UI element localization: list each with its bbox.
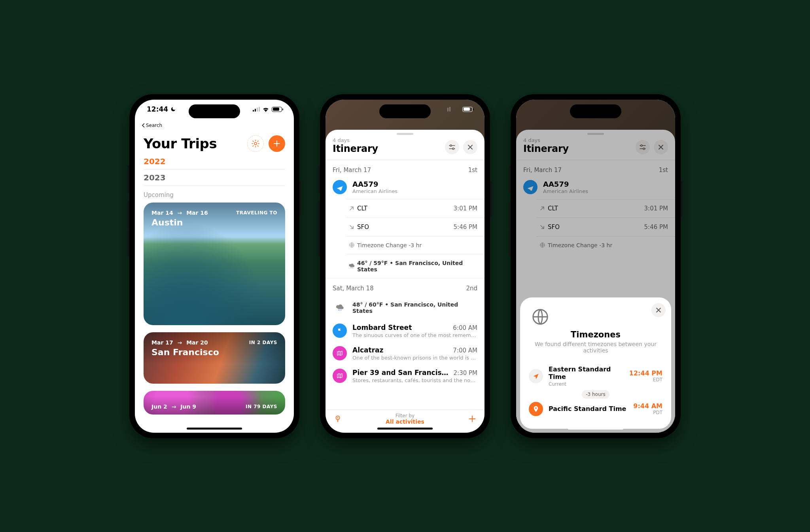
day-label: Fri, March 17 <box>333 167 371 174</box>
timezones-sheet: Timezones We found different timezones b… <box>520 297 671 429</box>
close-button[interactable] <box>463 140 477 154</box>
tz-zone: PDT <box>633 410 662 415</box>
globe-icon <box>531 308 549 326</box>
filter-selector[interactable]: Filter by All activities <box>386 413 424 425</box>
timezone-note: Timezone Change -3 hr <box>357 242 477 248</box>
year-tab-2022[interactable]: 2022 <box>144 153 285 170</box>
location-pin-icon <box>529 402 543 416</box>
activity-item[interactable]: Lombard Street 6:00 AM The sinuous curve… <box>326 320 484 342</box>
arrive-icon <box>346 224 357 230</box>
activity-item[interactable]: Pier 39 and San Francisco F… 2:30 PM Sto… <box>326 365 484 387</box>
trip-badge: TRAVELING TO <box>236 210 277 216</box>
activity-time: 6:00 AM <box>453 324 477 331</box>
activity-desc: The sinuous curves of one of the most re… <box>352 332 477 338</box>
battery-icon <box>462 107 473 112</box>
home-indicator[interactable] <box>377 428 433 430</box>
rain-icon <box>333 301 347 315</box>
location-arrow-icon <box>529 369 543 383</box>
arrive-time: 5:46 PM <box>454 223 477 231</box>
depart-icon <box>346 206 357 211</box>
trip-card-sf[interactable]: Mar 17 → Mar 20 IN 2 DAYS San Francisco <box>144 332 285 384</box>
map-icon <box>333 369 347 383</box>
flight-code: AA579 <box>352 180 397 188</box>
gear-icon <box>251 139 260 148</box>
itinerary-sheet: 4 days Itinerary Fri <box>326 130 484 433</box>
arrow-right-icon: → <box>178 339 182 346</box>
arrive-airport: SFO <box>357 223 454 231</box>
activity-name: Lombard Street <box>352 324 412 331</box>
tz-zone: EDT <box>629 377 662 382</box>
back-label: Search <box>146 123 162 128</box>
location-button[interactable] <box>333 415 342 423</box>
add-trip-button[interactable] <box>269 135 285 152</box>
weather-text: 46° / 59°F • San Francisco, United State… <box>357 260 477 273</box>
svg-point-0 <box>254 142 257 145</box>
phone-itinerary: 12:44 Search 4 days Itinerary <box>320 94 490 438</box>
depart-row[interactable]: CLT 3:01 PM <box>346 199 484 218</box>
timezones-close-button[interactable] <box>651 303 666 317</box>
trip-to: Jun 9 <box>180 403 196 410</box>
chevron-left-icon <box>142 123 145 127</box>
timezone-row-eastern[interactable]: Eastern Standard Time Current 12:44 PM E… <box>527 361 664 392</box>
activity-time: 7:00 AM <box>453 347 477 354</box>
moon-icon <box>170 106 176 112</box>
depart-time: 3:01 PM <box>454 205 477 212</box>
weather-row[interactable]: 48° / 60°F • San Francisco, United State… <box>326 296 484 320</box>
cellular-icon <box>253 107 260 112</box>
settings-button[interactable] <box>247 135 264 152</box>
arrow-right-icon: → <box>172 403 176 410</box>
svg-point-2 <box>452 148 454 150</box>
trip-city: San Francisco <box>151 347 277 357</box>
wifi-icon <box>262 107 269 112</box>
weather-row[interactable]: 46° / 59°F • San Francisco, United State… <box>346 254 484 278</box>
trip-badge: IN 79 DAYS <box>246 404 277 409</box>
filter-button[interactable] <box>445 140 459 154</box>
filter-value: All activities <box>386 418 424 425</box>
trip-card-austin[interactable]: Mar 14 → Mar 16 TRAVELING TO Austin <box>144 203 285 325</box>
day-ordinal: 1st <box>468 167 477 174</box>
plane-icon <box>333 180 347 194</box>
globe-icon <box>346 242 357 248</box>
timezone-row[interactable]: Timezone Change -3 hr <box>346 236 484 254</box>
trip-from: Jun 2 <box>151 403 167 410</box>
trip-from: Mar 14 <box>151 210 173 216</box>
phone-timezones: 4 days Itinerary Fri, March 17 1st <box>511 94 681 438</box>
back-to-search[interactable]: Search <box>135 123 294 128</box>
activity-time: 2:30 PM <box>454 369 477 377</box>
svg-point-10 <box>535 407 537 409</box>
sliders-icon <box>449 144 455 150</box>
add-activity-button[interactable] <box>468 415 477 423</box>
timezone-row-pacific[interactable]: Pacific Standard Time 9:44 AM PDT <box>527 397 664 421</box>
trip-badge: IN 2 DAYS <box>249 340 277 345</box>
tz-name: Pacific Standard Time <box>549 405 628 413</box>
tz-time: 12:44 PM <box>629 369 662 377</box>
activity-item[interactable]: Alcatraz 7:00 AM One of the best-known p… <box>326 342 484 365</box>
home-indicator[interactable] <box>568 428 623 430</box>
arrive-row[interactable]: SFO 5:46 PM <box>346 218 484 236</box>
tz-name: Eastern Standard Time <box>549 365 624 381</box>
home-indicator[interactable] <box>187 428 242 430</box>
timezones-title: Timezones <box>531 330 660 339</box>
activity-name: Pier 39 and San Francisco F… <box>352 369 450 377</box>
plus-icon <box>468 415 477 423</box>
svg-point-5 <box>337 417 339 418</box>
year-tab-2023[interactable]: 2023 <box>144 170 285 186</box>
day-label: Sat, March 18 <box>333 285 374 292</box>
upcoming-label: Upcoming <box>135 186 294 203</box>
depart-airport: CLT <box>357 205 454 212</box>
battery-icon <box>272 107 282 112</box>
page-title: Your Trips <box>144 136 217 151</box>
filter-label: Filter by <box>386 413 424 418</box>
activity-desc: One of the best-known prisons in the wor… <box>352 355 477 361</box>
tz-sub: Current <box>549 381 624 387</box>
activity-name: Alcatraz <box>352 346 383 354</box>
flight-item[interactable]: AA579 American Airlines <box>326 178 484 199</box>
trip-city: Austin <box>151 218 277 227</box>
svg-point-1 <box>450 145 452 146</box>
weather-text: 48° / 60°F • San Francisco, United State… <box>352 301 477 314</box>
sheet-title: Itinerary <box>333 143 378 154</box>
trip-card-third[interactable]: Jun 2 → Jun 9 IN 79 DAYS <box>144 391 285 415</box>
location-pin-icon <box>333 415 342 423</box>
phone-trips: 12:44 Search Your Trips <box>129 94 299 438</box>
sheet-subtitle: 4 days <box>333 137 378 143</box>
